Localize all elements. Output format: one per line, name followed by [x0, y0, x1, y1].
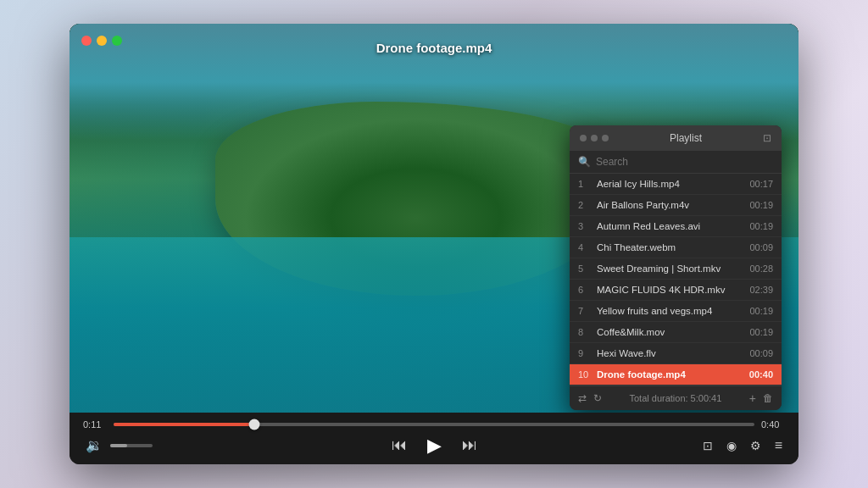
shuffle-icon[interactable]: ⇄	[578, 392, 587, 404]
item-number: 8	[578, 327, 592, 337]
item-name: Coffe&Milk.mov	[597, 327, 744, 337]
item-number: 4	[578, 242, 592, 252]
total-duration: Total duration: 5:00:41	[609, 393, 743, 403]
play-pause-button[interactable]: ▶	[425, 432, 444, 459]
controls-bar: 0:11 0:40 🔉 ⏮ ▶ ⏭ ⊡ ◉ ⚙	[70, 413, 798, 464]
playlist-title: Playlist	[609, 132, 763, 144]
playlist-item[interactable]: 1 Aerial Icy Hills.mp4 00:17	[570, 174, 782, 195]
playlist-item[interactable]: 2 Air Ballons Party.m4v 00:19	[570, 195, 782, 216]
search-input[interactable]	[596, 156, 773, 168]
search-row: 🔍	[570, 151, 782, 174]
playlist-toggle-button[interactable]: ≡	[772, 435, 785, 456]
playlist-item[interactable]: 8 Coffe&Milk.mov 00:19	[570, 322, 782, 343]
item-duration: 00:40	[749, 369, 773, 380]
playlist-item[interactable]: 10 Drone footage.mp4 00:40	[570, 364, 782, 385]
item-name: Air Ballons Party.m4v	[597, 200, 744, 210]
playlist-item[interactable]: 4 Chi Theater.webm 00:09	[570, 237, 782, 258]
item-duration: 02:39	[749, 285, 773, 295]
controls-row: 🔉 ⏮ ▶ ⏭ ⊡ ◉ ⚙ ≡	[83, 435, 785, 456]
playlist-item[interactable]: 3 Autumn Red Leaves.avi 00:19	[570, 216, 782, 237]
volume-button[interactable]: 🔉	[83, 435, 105, 456]
controls-left: 🔉	[83, 435, 153, 456]
playlist-expand-button[interactable]: ⊡	[763, 132, 771, 144]
playlist-item[interactable]: 7 Yellow fruits and vegs.mp4 00:19	[570, 301, 782, 322]
playlist-item[interactable]: 6 MAGIC FLUIDS 4K HDR.mkv 02:39	[570, 280, 782, 301]
item-number: 3	[578, 221, 592, 231]
dot-3	[602, 135, 609, 141]
repeat-icon[interactable]: ↻	[593, 392, 602, 404]
controls-center: ⏮ ▶ ⏭	[389, 432, 480, 459]
item-name: Chi Theater.webm	[597, 242, 744, 252]
progress-row: 0:11 0:40	[83, 419, 785, 430]
item-number: 1	[578, 179, 592, 189]
item-number: 6	[578, 285, 592, 295]
item-name: Autumn Red Leaves.avi	[597, 221, 744, 231]
progress-thumb[interactable]	[249, 419, 260, 430]
playlist-item[interactable]: 5 Sweet Dreaming | Short.mkv 00:28	[570, 258, 782, 280]
current-time: 0:11	[83, 419, 107, 430]
item-name: Aerial Icy Hills.mp4	[597, 179, 744, 189]
item-name: MAGIC FLUIDS 4K HDR.mkv	[597, 285, 744, 295]
item-name: Yellow fruits and vegs.mp4	[597, 306, 744, 316]
playlist-header: Playlist ⊡	[570, 125, 782, 151]
video-area[interactable]: Drone footage.mp4 Playlist ⊡ 🔍 1 Aerial …	[70, 24, 798, 413]
item-number: 5	[578, 263, 592, 274]
add-to-playlist-button[interactable]: +	[749, 391, 756, 405]
volume-slider[interactable]	[110, 444, 153, 447]
video-title: Drone footage.mp4	[376, 41, 492, 55]
total-time: 0:40	[761, 419, 785, 430]
item-duration: 00:09	[749, 242, 773, 252]
progress-track[interactable]	[114, 423, 754, 426]
item-duration: 00:09	[749, 348, 773, 358]
playlist-panel: Playlist ⊡ 🔍 1 Aerial Icy Hills.mp4 00:1…	[570, 125, 782, 410]
airplay-button[interactable]: ⊡	[700, 436, 715, 455]
forward-button[interactable]: ⏭	[459, 434, 480, 457]
item-duration: 00:19	[749, 221, 773, 231]
item-number: 2	[578, 200, 592, 210]
item-number: 10	[578, 369, 592, 380]
audio-button[interactable]: ◉	[724, 436, 739, 455]
minimize-button[interactable]	[97, 36, 107, 46]
playlist-dots	[580, 135, 609, 141]
playlist-item[interactable]: 9 Hexi Wave.flv 00:09	[570, 343, 782, 364]
delete-from-playlist-button[interactable]: 🗑	[763, 392, 773, 404]
item-duration: 00:19	[749, 327, 773, 337]
search-icon: 🔍	[578, 156, 591, 168]
progress-fill	[114, 423, 254, 426]
item-duration: 00:17	[749, 179, 773, 189]
player-window: Drone footage.mp4 Playlist ⊡ 🔍 1 Aerial …	[70, 24, 798, 464]
close-button[interactable]	[81, 36, 92, 46]
settings-button[interactable]: ⚙	[748, 436, 764, 455]
fullscreen-button[interactable]	[112, 36, 122, 46]
item-name: Sweet Dreaming | Short.mkv	[597, 263, 744, 274]
playlist-footer: ⇄ ↻ Total duration: 5:00:41 + 🗑	[570, 385, 782, 410]
dot-1	[580, 135, 587, 141]
rewind-button[interactable]: ⏮	[389, 434, 409, 457]
item-number: 7	[578, 306, 592, 316]
item-duration: 00:19	[749, 306, 773, 316]
playlist-items: 1 Aerial Icy Hills.mp4 00:17 2 Air Ballo…	[570, 174, 782, 385]
volume-fill	[110, 444, 127, 447]
item-name: Drone footage.mp4	[597, 369, 744, 380]
traffic-lights	[81, 36, 122, 46]
item-name: Hexi Wave.flv	[597, 348, 744, 358]
item-number: 9	[578, 348, 592, 358]
controls-right: ⊡ ◉ ⚙ ≡	[700, 435, 785, 456]
dot-2	[591, 135, 598, 141]
item-duration: 00:19	[749, 200, 773, 210]
item-duration: 00:28	[749, 263, 773, 274]
